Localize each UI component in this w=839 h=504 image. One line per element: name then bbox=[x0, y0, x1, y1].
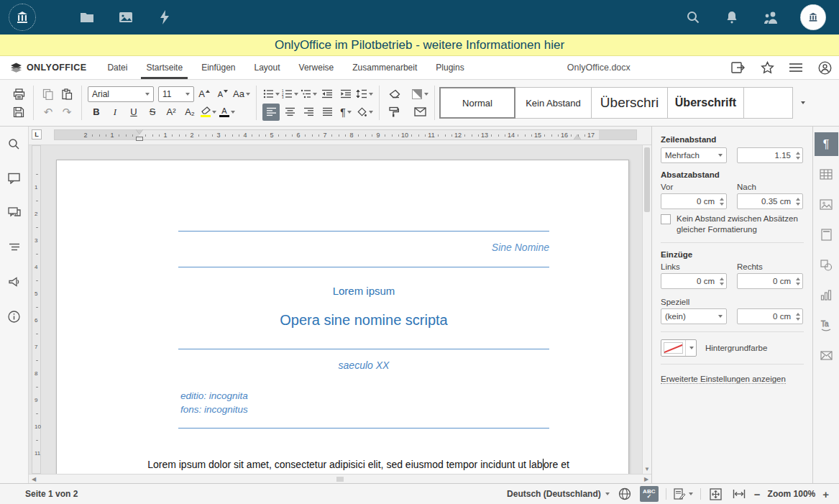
spacing-after-spinner[interactable]: 0.35 cm bbox=[737, 193, 803, 209]
multilevel-list-button[interactable] bbox=[300, 86, 317, 103]
advanced-settings-link[interactable]: Erweiterte Einstellungen anzeigen bbox=[661, 375, 786, 384]
search-panel-button[interactable] bbox=[4, 134, 24, 154]
mail-merge-settings-tab[interactable] bbox=[815, 344, 838, 367]
zoom-out-button[interactable]: − bbox=[754, 488, 761, 500]
tab-einfuegen[interactable]: Einfügen bbox=[192, 56, 244, 79]
increase-font-button[interactable]: A bbox=[196, 86, 213, 103]
doc-meta-line2[interactable]: fons: incognitus bbox=[180, 404, 248, 415]
decrease-indent-button[interactable] bbox=[318, 86, 336, 103]
fit-width-button[interactable] bbox=[731, 486, 747, 502]
bold-button[interactable]: B bbox=[88, 104, 105, 121]
background-color-button[interactable] bbox=[661, 339, 697, 357]
copy-style-button[interactable] bbox=[385, 104, 403, 121]
search-button[interactable] bbox=[674, 10, 712, 24]
mail-merge-button[interactable] bbox=[411, 104, 428, 121]
align-center-button[interactable] bbox=[281, 104, 298, 121]
account-button[interactable] bbox=[810, 56, 839, 79]
scroll-left-arrow[interactable]: ◀ bbox=[29, 475, 39, 483]
actions-button[interactable] bbox=[145, 9, 184, 25]
vertical-scrollbar-thumb[interactable] bbox=[644, 147, 650, 212]
doc-subtitle-center[interactable]: saeculo XX bbox=[178, 359, 549, 371]
language-select[interactable]: Deutsch (Deutschland) bbox=[507, 489, 610, 499]
tab-verweise[interactable]: Verweise bbox=[290, 56, 344, 79]
redo-button[interactable]: ↷ bbox=[58, 104, 75, 121]
scroll-right-arrow[interactable]: ▶ bbox=[641, 475, 651, 483]
justify-button[interactable] bbox=[318, 104, 336, 121]
gallery-button[interactable] bbox=[106, 9, 145, 25]
spinner-arrows[interactable] bbox=[793, 313, 802, 321]
tab-startseite[interactable]: Startseite bbox=[137, 56, 192, 79]
indent-left-spinner[interactable]: 0 cm bbox=[661, 273, 727, 289]
no-spacing-between-paragraphs-checkbox[interactable] bbox=[661, 214, 671, 224]
style-gallery-expand-button[interactable] bbox=[793, 87, 812, 119]
tab-plugins[interactable]: Plugins bbox=[426, 56, 473, 79]
track-changes-button[interactable] bbox=[674, 486, 693, 502]
numbered-list-button[interactable]: 123 bbox=[281, 86, 298, 103]
nonprinting-characters-button[interactable]: ¶ bbox=[337, 104, 354, 121]
set-language-button[interactable] bbox=[617, 486, 633, 502]
header-footer-settings-tab[interactable] bbox=[815, 223, 838, 247]
font-size-select[interactable]: 11 bbox=[158, 86, 194, 102]
scroll-down-arrow[interactable]: ▼ bbox=[643, 464, 651, 474]
horizontal-scrollbar-thumb[interactable] bbox=[337, 477, 344, 482]
tab-layout[interactable]: Layout bbox=[245, 56, 290, 79]
save-button[interactable] bbox=[10, 104, 27, 121]
feedback-button[interactable] bbox=[4, 272, 24, 292]
font-name-select[interactable]: Arial bbox=[88, 86, 154, 102]
vertical-ruler[interactable]: 1234567891011 bbox=[32, 145, 41, 474]
italic-button[interactable]: I bbox=[106, 104, 124, 121]
spinner-arrows[interactable] bbox=[717, 198, 726, 206]
horizontal-ruler[interactable]: 211234567891011121314151617 bbox=[54, 129, 637, 140]
first-line-indent-marker[interactable] bbox=[136, 129, 143, 134]
change-case-button[interactable]: Aa bbox=[233, 86, 250, 103]
documents-button[interactable] bbox=[68, 9, 106, 25]
doc-body-paragraph[interactable]: Lorem ipsum dolor sit amet, consectetur … bbox=[139, 459, 578, 470]
style-ueberschrift-1[interactable]: Überschri bbox=[592, 87, 668, 119]
chat-panel-button[interactable] bbox=[4, 203, 24, 223]
page-indicator[interactable]: Seite 1 von 2 bbox=[25, 489, 78, 499]
user-avatar[interactable] bbox=[800, 4, 826, 30]
shading-color-button[interactable] bbox=[411, 86, 428, 103]
shape-settings-tab[interactable] bbox=[815, 253, 838, 277]
spinner-arrows[interactable] bbox=[717, 278, 726, 285]
table-settings-tab[interactable] bbox=[815, 162, 838, 186]
print-button[interactable] bbox=[10, 86, 27, 103]
doc-meta-line1[interactable]: editio: incognita bbox=[180, 390, 248, 401]
open-file-location-button[interactable] bbox=[724, 56, 753, 79]
main-menu-button[interactable] bbox=[781, 56, 810, 79]
vertical-scrollbar[interactable]: ▼ bbox=[642, 145, 651, 474]
superscript-button[interactable]: A² bbox=[162, 104, 180, 121]
style-empty[interactable] bbox=[744, 87, 793, 119]
comments-panel-button[interactable] bbox=[4, 168, 24, 188]
chart-settings-tab[interactable] bbox=[815, 283, 838, 307]
spinner-arrows[interactable] bbox=[793, 152, 802, 160]
notifications-button[interactable] bbox=[712, 10, 751, 24]
navigation-panel-button[interactable] bbox=[4, 237, 24, 257]
increase-indent-button[interactable] bbox=[337, 86, 354, 103]
paragraph-shading-button[interactable] bbox=[356, 104, 373, 121]
doc-title[interactable]: Opera sine nomine scripta bbox=[178, 312, 549, 329]
tab-datei[interactable]: Datei bbox=[98, 56, 137, 79]
style-kein-abstand[interactable]: Kein Abstand bbox=[515, 87, 592, 119]
background-color-dropdown[interactable] bbox=[685, 340, 696, 356]
highlight-color-button[interactable] bbox=[200, 104, 217, 121]
university-logo[interactable] bbox=[9, 4, 36, 31]
zoom-in-button[interactable]: + bbox=[822, 488, 829, 500]
bullet-list-button[interactable] bbox=[262, 86, 280, 103]
pilot-banner[interactable]: OnlyOffice im Pilotbetrieb - weitere Inf… bbox=[0, 35, 839, 56]
paragraph-settings-tab[interactable]: ¶ bbox=[815, 132, 838, 156]
doc-heading-small[interactable]: Lorem ipsum bbox=[178, 285, 549, 297]
underline-button[interactable]: U bbox=[125, 104, 142, 121]
undo-button[interactable]: ↶ bbox=[40, 104, 57, 121]
tab-zusammenarbeit[interactable]: Zusammenarbeit bbox=[343, 56, 426, 79]
tab-stop-selector[interactable]: L bbox=[32, 129, 42, 139]
indent-right-spinner[interactable]: 0 cm bbox=[737, 273, 803, 289]
horizontal-scrollbar[interactable]: ◀ ▶ bbox=[29, 474, 651, 483]
style-normal[interactable]: Normal bbox=[439, 87, 515, 119]
align-left-button[interactable] bbox=[262, 104, 280, 121]
line-spacing-select[interactable]: Mehrfach bbox=[661, 147, 727, 163]
style-ueberschrift-2[interactable]: Überschrift bbox=[668, 87, 744, 119]
line-spacing-amount-spinner[interactable]: 1.15 bbox=[737, 147, 803, 163]
spinner-arrows[interactable] bbox=[793, 278, 802, 285]
image-settings-tab[interactable] bbox=[815, 193, 838, 216]
